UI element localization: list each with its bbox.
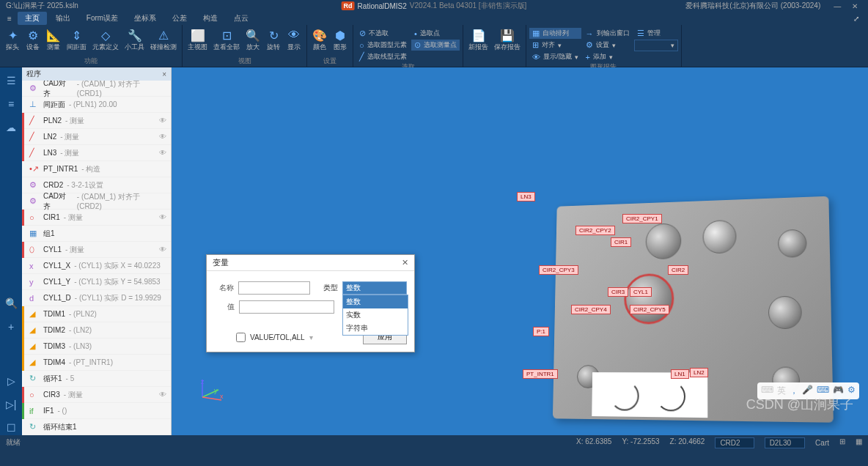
menu-form[interactable]: Form误差 <box>79 12 125 25</box>
menu-output[interactable]: 输出 <box>48 12 78 25</box>
tag-ptintr1[interactable]: PT_INTR1 <box>523 369 558 379</box>
measure-button[interactable]: 📐测量 <box>44 26 63 56</box>
tree-item[interactable]: ◢ TDIM2 - (LN2) <box>22 322 171 339</box>
tag-cir2cpy3[interactable]: CIR2_CPY3 <box>539 265 578 275</box>
color-button[interactable]: 🎨颜色 <box>310 26 329 56</box>
tree-item[interactable]: ◢ TDIM4 - (PT_INTR1) <box>22 355 171 371</box>
zoom-button[interactable]: 🔍放大 <box>243 26 262 56</box>
tree-item[interactable]: ▦ 组1 <box>22 226 171 242</box>
selectline-option[interactable]: ╱选取线型元素 <box>356 51 410 62</box>
tag-ln3[interactable]: LN3 <box>517 192 535 201</box>
display-button[interactable]: 👁显示 <box>284 26 304 56</box>
selectpoint-option[interactable]: •选取点 <box>411 28 460 39</box>
tree-item[interactable]: ╱ LN3 - 测量 👁 <box>22 145 171 161</box>
dialog-close-icon[interactable]: ✕ <box>402 258 408 267</box>
expand-option[interactable]: ▾ <box>634 40 678 51</box>
tree-item[interactable]: ◢ TDIM1 - (PLN2) <box>22 306 171 322</box>
crd-select[interactable]: CRD2 <box>715 437 754 448</box>
tree-item[interactable]: •↗ PT_INTR1 - 构造 <box>22 161 171 177</box>
lb-step-icon[interactable]: ▷| <box>4 397 18 412</box>
tag-cir2cpy1[interactable]: CIR2_CPY1 <box>622 214 662 223</box>
tag-ln1[interactable]: LN1 <box>671 369 689 379</box>
menu-coord[interactable]: 坐标系 <box>127 12 163 25</box>
lb-stop-icon[interactable]: ☐ <box>4 421 18 435</box>
tree-item[interactable]: ◢ TDIM3 - (LN3) <box>22 339 171 355</box>
panel-close-icon[interactable]: × <box>162 70 166 78</box>
showhide-option[interactable]: 👁显示/隐藏▾ <box>529 51 581 62</box>
name-input[interactable] <box>238 281 310 295</box>
lb-search-icon[interactable]: 🔍 <box>4 296 18 311</box>
align-option[interactable]: ⊞对齐▾ <box>529 40 581 51</box>
ime-switch[interactable]: ⌨ <box>761 385 773 397</box>
cart-label[interactable]: Cart <box>815 437 829 448</box>
tree-item[interactable]: ╱ LN2 - 测量 👁 <box>22 129 171 145</box>
menu-tolerance[interactable]: 公差 <box>165 12 194 25</box>
eye-icon[interactable]: 👁 <box>159 149 166 157</box>
type-dropdown-list[interactable]: 整数 实数 字符串 <box>342 295 408 336</box>
tree-item[interactable]: d CYL1_D - (CYL1) 实际 D = 19.9929 <box>22 290 171 306</box>
tag-cir2cpy4[interactable]: CIR2_CPY4 <box>571 305 611 314</box>
tree-item[interactable]: ⚙ CAD对齐 - (CADM_1) 对齐于 (CRD1) <box>22 81 171 97</box>
tag-p1[interactable]: P:1 <box>533 327 549 336</box>
gap-button[interactable]: ⇕间距面 <box>65 26 89 56</box>
ime-floatbar[interactable]: ⌨ 英 ， 🎤 ⌨ 🎮 ⚙ <box>757 382 859 399</box>
program-tree[interactable]: ⚙ CAD对齐 - (CADM_1) 对齐于 (CRD1) ⊥ 间距面 - (P… <box>22 81 171 435</box>
tree-item[interactable]: ○ CIR1 - 测量 👁 <box>22 210 171 226</box>
tag-cir2cpy2[interactable]: CIR2_CPY2 <box>575 226 615 235</box>
type-option-string[interactable]: 字符串 <box>343 322 408 335</box>
lb-play-icon[interactable]: ▷ <box>4 374 18 388</box>
menu-home[interactable]: 主页 <box>18 12 47 25</box>
selectcircle-option[interactable]: ○选取圆型元素 <box>356 40 410 51</box>
probe-button[interactable]: ✦探头 <box>3 26 22 56</box>
menu-construct[interactable]: 构造 <box>196 12 225 25</box>
ime-game-icon[interactable]: 🎮 <box>833 385 844 397</box>
eye-icon[interactable]: 👁 <box>159 245 166 254</box>
newreport-button[interactable]: 📄新报告 <box>466 26 490 66</box>
eye-icon[interactable]: 👁 <box>159 391 166 399</box>
lb-add-icon[interactable]: + <box>4 319 18 334</box>
rotate-button[interactable]: ↻旋转 <box>264 26 283 56</box>
close-button[interactable]: ✕ <box>847 2 862 10</box>
viewall-button[interactable]: ⊡查看全部 <box>211 26 242 56</box>
type-option-int[interactable]: 整数 <box>343 295 408 308</box>
element-button[interactable]: ◇元素定义 <box>90 26 121 56</box>
ime-kbd-icon[interactable]: ⌨ <box>817 385 829 397</box>
autoarrange-option[interactable]: ▦自动排列 <box>529 28 581 39</box>
3d-viewport[interactable]: LN3 CIR2_CPY1 CIR2_CPY2 CIR1 CIR2_CPY3 C… <box>172 67 868 435</box>
ime-settings-icon[interactable]: ⚙ <box>847 385 856 397</box>
eye-icon[interactable]: 👁 <box>159 116 166 125</box>
valuetol-checkbox[interactable] <box>236 333 246 342</box>
tag-cir2[interactable]: CIR2 <box>668 265 688 275</box>
lb-lines-icon[interactable]: ≡ <box>4 97 18 111</box>
d-select[interactable]: D2L30 <box>765 437 805 448</box>
tag-cir3[interactable]: CIR3 <box>608 287 628 297</box>
graphic-button[interactable]: ⬢图形 <box>331 26 350 56</box>
menu-pointcloud[interactable]: 点云 <box>227 12 256 25</box>
ime-mic-icon[interactable]: 🎤 <box>802 385 813 397</box>
savereport-button[interactable]: 💾保存报告 <box>492 26 523 66</box>
add-option[interactable]: +添加▾ <box>583 51 633 62</box>
tree-item[interactable]: ⬯ CYL1 - 测量 👁 <box>22 242 171 258</box>
manage-option[interactable]: ☰管理 <box>634 28 678 39</box>
tag-ln2[interactable]: LN2 <box>690 368 708 377</box>
tree-item[interactable]: ⊥ 间距面 - (PLN1) 20.00 <box>22 97 171 113</box>
tree-item[interactable]: ╱ PLN2 - 测量 👁 <box>22 113 171 129</box>
tag-cyl1[interactable]: CYL1 <box>630 287 652 297</box>
tree-item[interactable]: ⚙ CAD对齐 - (CADM_1) 对齐于 (CRD2) <box>22 193 171 210</box>
tag-cir2cpy5[interactable]: CIR2_CPY5 <box>630 305 669 314</box>
tree-item[interactable]: y CYL1_Y - (CYL1) 实际 Y = 54.9853 <box>22 274 171 290</box>
selectmeasure-option[interactable]: ⊙选取测量点 <box>411 40 460 51</box>
ime-lang[interactable]: 英 <box>777 385 786 397</box>
tooutput-option[interactable]: →到输出窗口 <box>583 28 633 39</box>
tools-button[interactable]: 🔧小工具 <box>122 26 147 56</box>
tree-item[interactable]: x CYL1_X - (CYL1) 实际 X = 40.0223 <box>22 258 171 274</box>
eye-icon[interactable]: 👁 <box>159 133 166 141</box>
status-icon1[interactable]: ⊞ <box>839 437 845 448</box>
tree-item[interactable]: if IF1 - () <box>22 403 171 419</box>
device-button[interactable]: ⚙设备 <box>23 26 43 56</box>
ime-punct[interactable]: ， <box>790 385 798 397</box>
minimize-button[interactable]: — <box>829 2 845 10</box>
lb-cloud-icon[interactable]: ☁ <box>4 120 18 135</box>
collision-button[interactable]: ⚠碰撞检测 <box>148 26 179 56</box>
hamburger-icon[interactable]: ≡ <box>3 13 16 24</box>
